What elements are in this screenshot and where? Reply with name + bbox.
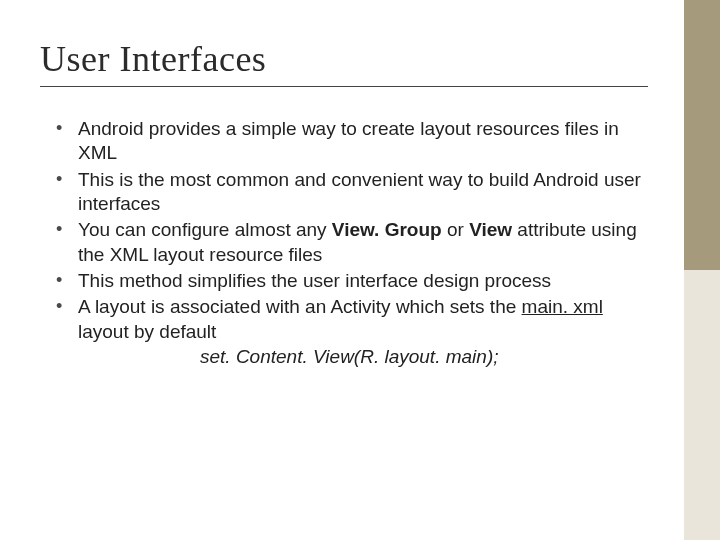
bullet-text: Android provides a simple way to create … [78, 118, 619, 163]
bullet-item: A layout is associated with an Activity … [56, 295, 644, 344]
slide-title: User Interfaces [40, 38, 684, 80]
title-underline [40, 86, 648, 87]
underline-text: main. xml [522, 296, 603, 317]
bullet-item: Android provides a simple way to create … [56, 117, 644, 166]
bullet-item: This is the most common and convenient w… [56, 168, 644, 217]
bullet-item: You can configure almost any View. Group… [56, 218, 644, 267]
bullet-text: A layout is associated with an Activity … [78, 296, 522, 317]
bullet-list: Android provides a simple way to create … [56, 117, 644, 344]
code-text: set. Content. View(R. layout. main); [200, 346, 499, 367]
bullet-text: or [442, 219, 469, 240]
accent-bar-bottom [684, 270, 720, 540]
bullet-item: This method simplifies the user interfac… [56, 269, 644, 293]
bullet-text: This is the most common and convenient w… [78, 169, 641, 214]
bullet-text: You can configure almost any [78, 219, 332, 240]
bullet-text: layout by default [78, 321, 216, 342]
accent-bar-top [684, 0, 720, 270]
code-line: set. Content. View(R. layout. main); [0, 346, 684, 368]
bold-text: View [469, 219, 512, 240]
accent-bar [684, 0, 720, 540]
bullet-text: This method simplifies the user interfac… [78, 270, 551, 291]
bold-text: View. Group [332, 219, 442, 240]
slide-content: User Interfaces Android provides a simpl… [0, 0, 684, 540]
